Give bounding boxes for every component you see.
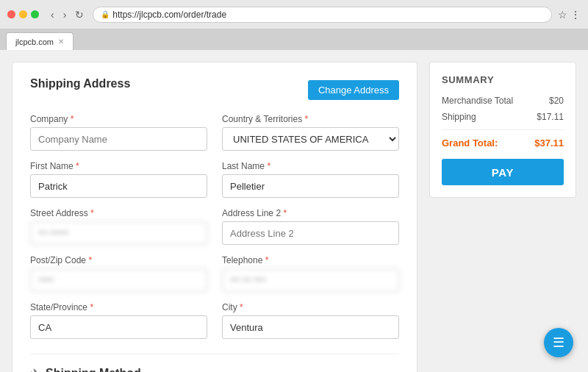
browser-bar: ‹ › ↻ 🔒 https://jlcpcb.com/order/trade ☆… [0,0,588,29]
zip-field-group: Post/Zip Code * [30,255,207,292]
zip-label: Post/Zip Code * [30,255,207,265]
city-field-group: City * [222,302,399,339]
browser-navigation: ‹ › ↻ [48,7,87,22]
first-name-input[interactable] [30,174,207,198]
plane-icon: ✈ [30,366,40,372]
window-controls [7,10,39,18]
toolbar: ☆ ⋮ [558,9,581,21]
shipping-title-row: ✈ Shipping Method [30,366,399,372]
active-tab[interactable]: jlcpcb.com ✕ [6,32,74,50]
menu-icon[interactable]: ⋮ [570,9,581,21]
reload-button[interactable]: ↻ [72,7,87,22]
city-label: City * [222,302,399,312]
star-icon[interactable]: ☆ [558,9,567,21]
last-name-label: Last Name * [222,161,399,171]
row-address: Street Address * Address Line 2 * [30,208,399,245]
city-input[interactable] [222,315,399,339]
summary-title: SUMMARY [442,74,564,85]
summary-divider [442,129,564,130]
close-dot[interactable] [7,10,15,18]
grand-total-value: $37.11 [534,137,564,149]
phone-input[interactable] [222,268,399,292]
country-field-group: Country & Territories * UNITED STATES OF… [222,114,399,151]
shipping-method-title: Shipping Method [46,367,141,373]
maximize-dot[interactable] [31,10,39,18]
grand-total-label: Grand Total: [442,137,498,149]
tab-bar: jlcpcb.com ✕ [0,29,588,50]
float-icon: ☰ [553,335,564,351]
row-zip-phone: Post/Zip Code * Telephone * [30,255,399,292]
state-label: State/Province * [30,302,207,312]
phone-label: Telephone * [222,255,399,265]
first-name-field-group: First Name * [30,161,207,198]
summary-box: SUMMARY Merchandise Total $20 Shipping $… [429,62,576,198]
shipping-address-title: Shipping Address [30,77,130,90]
shipping-method-section: ✈ Shipping Method DHL Express Express st… [30,354,399,372]
shipping-form: Shipping Address Change Address Company … [12,62,417,372]
lock-icon: 🔒 [101,10,110,18]
phone-field-group: Telephone * [222,255,399,292]
street-label: Street Address * [30,208,207,218]
address-bar[interactable]: 🔒 https://jlcpcb.com/order/trade [93,7,552,23]
last-name-input[interactable] [222,174,399,198]
company-label: Company * [30,114,207,124]
company-field-group: Company * [30,114,207,151]
row-state-city: State/Province * City * [30,302,399,339]
forward-button[interactable]: › [60,7,70,22]
merchandise-value: $20 [549,96,564,106]
last-name-field-group: Last Name * [222,161,399,198]
minimize-dot[interactable] [19,10,27,18]
zip-input[interactable] [30,268,207,292]
address2-input[interactable] [222,221,399,245]
shipping-label: Shipping [442,112,476,122]
row-names: First Name * Last Name * [30,161,399,198]
address2-label: Address Line 2 * [222,208,399,218]
merchandise-row: Merchandise Total $20 [442,96,564,106]
street-field-group: Street Address * [30,208,207,245]
first-name-label: First Name * [30,161,207,171]
back-button[interactable]: ‹ [48,7,57,22]
country-label: Country & Territories * [222,114,399,124]
page-content: Shipping Address Change Address Company … [0,50,588,372]
change-address-button[interactable]: Change Address [308,80,399,100]
street-input[interactable] [30,221,207,245]
row-company-country: Company * Country & Territories * UNITED… [30,114,399,151]
shipping-value: $17.11 [537,112,564,122]
section-header: Shipping Address Change Address [30,77,399,102]
float-button[interactable]: ☰ [544,328,573,357]
country-select[interactable]: UNITED STATES OF AMERICA [222,127,399,151]
address2-field-group: Address Line 2 * [222,208,399,245]
sidebar: SUMMARY Merchandise Total $20 Shipping $… [429,62,576,372]
state-field-group: State/Province * [30,302,207,339]
pay-button[interactable]: PAY [442,159,564,185]
grand-total-row: Grand Total: $37.11 [442,137,564,149]
tab-close-icon[interactable]: ✕ [58,37,64,46]
state-input[interactable] [30,315,207,339]
tab-label: jlcpcb.com [15,37,54,46]
shipping-row: Shipping $17.11 [442,112,564,122]
company-input[interactable] [30,127,207,151]
url-text: https://jlcpcb.com/order/trade [112,10,226,20]
merchandise-label: Merchandise Total [442,96,513,106]
